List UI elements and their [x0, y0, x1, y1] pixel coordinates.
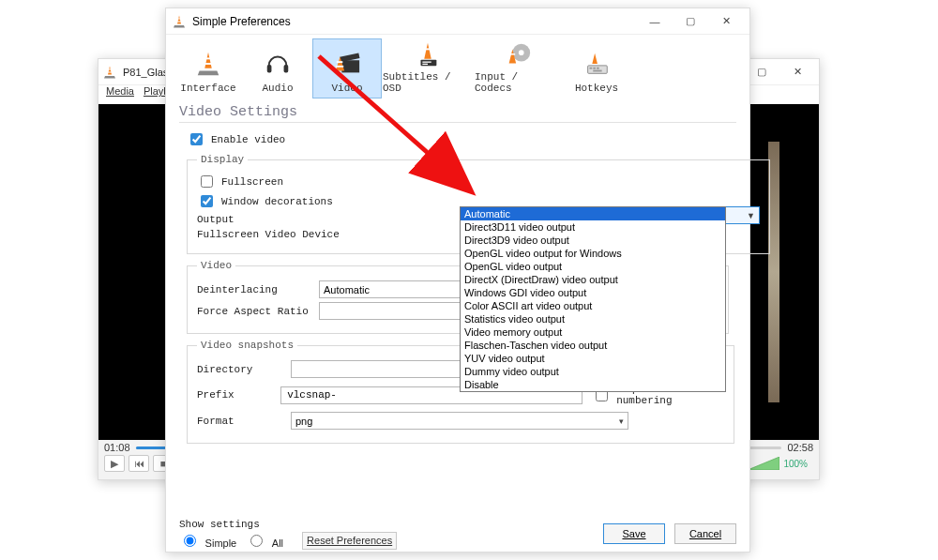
deinterlacing-label: Deinterlacing	[197, 284, 319, 295]
svg-rect-8	[267, 65, 272, 72]
prefix-label: Prefix	[197, 389, 280, 401]
window-decorations-label: Window decorations	[221, 196, 333, 207]
svg-rect-25	[593, 70, 601, 72]
output-option[interactable]: OpenGL video output	[461, 260, 725, 273]
snapshots-legend: Video snapshots	[197, 340, 297, 351]
svg-rect-12	[337, 61, 343, 63]
tab-video[interactable]: Video	[312, 38, 382, 98]
svg-point-19	[519, 50, 524, 55]
svg-rect-1	[108, 71, 113, 72]
output-option[interactable]: Automatic	[461, 207, 725, 220]
total-time: 02:58	[787, 442, 813, 453]
output-option[interactable]: Dummy video output	[461, 365, 725, 378]
section-title: Video Settings	[166, 98, 749, 122]
format-label: Format	[197, 416, 291, 427]
format-combobox[interactable]: png▾	[291, 412, 628, 430]
tab-audio[interactable]: Audio	[243, 38, 312, 98]
prefs-minimize-button[interactable]: —	[637, 9, 673, 34]
output-option[interactable]: Video memory output	[461, 325, 725, 339]
prefs-bottom-bar: Show settings Simple All Reset Preferenc…	[166, 516, 749, 552]
chevron-down-icon: ▼	[747, 211, 755, 220]
svg-rect-10	[341, 60, 359, 72]
svg-rect-16	[422, 62, 431, 63]
directory-label: Directory	[197, 364, 291, 375]
svg-rect-4	[177, 18, 181, 19]
vlc-cone-icon	[102, 65, 117, 80]
show-settings-simple-radio[interactable]	[184, 535, 196, 547]
fullscreen-checkbox[interactable]	[201, 175, 213, 188]
svg-rect-13	[336, 66, 343, 68]
subtitles-cone-icon	[414, 40, 442, 68]
prefs-category-tabs: Interface Audio Video Subtitles / OSD In…	[166, 35, 749, 98]
clapperboard-cone-icon	[331, 50, 363, 78]
output-option[interactable]: Direct3D9 video output	[461, 234, 725, 247]
output-dropdown-list[interactable]: AutomaticDirect3D11 video outputDirect3D…	[460, 206, 726, 392]
headphones-icon	[264, 50, 292, 78]
player-close-button[interactable]: ✕	[779, 60, 815, 84]
volume-text: 100%	[783, 459, 808, 469]
fullscreen-label: Fullscreen	[221, 176, 283, 188]
output-option[interactable]: OpenGL video output for Windows	[461, 247, 725, 260]
show-settings-all-radio[interactable]	[250, 535, 263, 547]
window-decorations-checkbox[interactable]	[201, 195, 213, 207]
tab-subtitles[interactable]: Subtitles / OSD	[382, 38, 474, 98]
save-button[interactable]: Save	[603, 523, 665, 544]
output-option[interactable]: Color ASCII art video output	[461, 299, 725, 312]
show-settings-label: Show settings	[179, 519, 397, 530]
output-option[interactable]: DirectX (DirectDraw) video output	[461, 273, 725, 286]
keyboard-cone-icon	[582, 50, 611, 78]
prefs-titlebar[interactable]: Simple Preferences — ▢ ✕	[166, 8, 749, 35]
prefs-maximize-button[interactable]: ▢	[673, 9, 708, 34]
svg-rect-23	[593, 68, 596, 69]
vlc-cone-icon	[172, 14, 187, 29]
output-option[interactable]: YUV video output	[461, 352, 725, 365]
svg-rect-20	[510, 53, 516, 55]
fullscreen-device-label: Fullscreen Video Device	[197, 229, 340, 240]
svg-rect-9	[284, 65, 289, 72]
tab-interface[interactable]: Interface	[174, 38, 243, 98]
tab-input-codecs[interactable]: Input / Codecs	[474, 38, 562, 98]
output-option[interactable]: Flaschen-Taschen video output	[461, 339, 725, 352]
interface-cone-icon	[194, 50, 222, 78]
svg-rect-24	[597, 68, 599, 69]
force-aspect-label: Force Aspect Ratio	[197, 306, 319, 317]
svg-rect-15	[421, 60, 437, 67]
svg-rect-7	[204, 63, 212, 65]
volume-slider[interactable]	[748, 457, 779, 470]
reset-preferences-button[interactable]: Reset Preferences	[302, 532, 397, 550]
enable-video-label: Enable video	[211, 134, 285, 145]
svg-rect-6	[204, 57, 212, 59]
output-option[interactable]: Statistics video output	[461, 312, 725, 325]
prefs-close-button[interactable]: ✕	[708, 9, 744, 34]
enable-video-checkbox[interactable]	[190, 133, 203, 145]
svg-rect-22	[590, 68, 593, 69]
menu-media[interactable]: Media	[106, 85, 134, 104]
prev-track-button[interactable]: ⏮	[129, 455, 149, 472]
disc-cone-icon	[504, 40, 532, 68]
output-label: Output	[197, 214, 234, 225]
output-option[interactable]: Windows GDI video output	[461, 286, 725, 299]
svg-rect-5	[177, 21, 182, 22]
play-button[interactable]: ▶	[104, 455, 125, 472]
cancel-button[interactable]: Cancel	[674, 523, 736, 544]
svg-rect-0	[108, 68, 112, 69]
chevron-down-icon: ▾	[619, 416, 624, 426]
svg-rect-21	[588, 66, 608, 73]
output-option[interactable]: Direct3D11 video output	[461, 220, 725, 234]
display-legend: Display	[197, 154, 248, 165]
svg-rect-17	[422, 64, 428, 65]
output-option[interactable]: Disable	[461, 378, 725, 391]
elapsed-time: 01:08	[104, 442, 130, 453]
svg-rect-14	[424, 48, 431, 50]
tab-hotkeys[interactable]: Hotkeys	[562, 38, 631, 98]
video-legend: Video	[197, 260, 235, 271]
prefs-window-title: Simple Preferences	[192, 15, 637, 28]
